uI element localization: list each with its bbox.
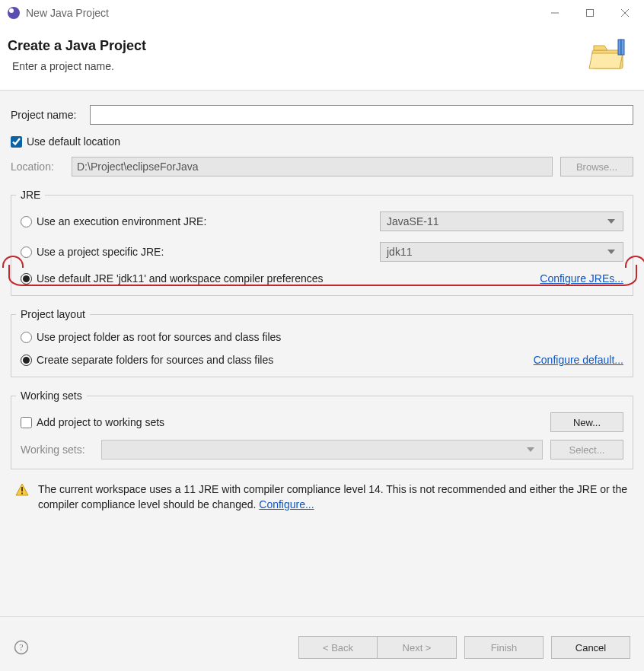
new-working-set-button[interactable]: New... — [550, 412, 623, 432]
svg-text:?: ? — [19, 642, 23, 653]
svg-rect-7 — [21, 487, 23, 491]
jre-exec-env-combo[interactable]: JavaSE-11 — [380, 211, 623, 231]
titlebar: New Java Project — [0, 0, 644, 26]
location-input — [72, 157, 553, 176]
project-name-label: Project name: — [11, 109, 84, 121]
svg-rect-6 — [621, 40, 624, 55]
jre-legend: JRE — [16, 189, 45, 201]
jre-exec-env-label: Use an execution environment JRE: — [37, 215, 206, 227]
window-title: New Java Project — [26, 7, 109, 19]
working-sets-legend: Working sets — [16, 390, 87, 402]
add-to-working-sets-checkbox[interactable] — [21, 417, 32, 428]
browse-button[interactable]: Browse... — [560, 157, 633, 176]
jre-default-radio[interactable] — [21, 273, 32, 285]
use-default-location-label: Use default location — [27, 135, 120, 148]
add-to-working-sets-label: Add project to working sets — [37, 416, 164, 428]
jre-exec-env-radio[interactable] — [21, 216, 32, 227]
wizard-content: Project name: Use default location Locat… — [0, 91, 644, 671]
configure-jres-link[interactable]: Configure JREs... — [540, 272, 623, 285]
layout-root-radio[interactable] — [21, 332, 32, 343]
maximize-button[interactable] — [572, 2, 607, 24]
jre-default-label: Use default JRE 'jdk11' and workspace co… — [37, 272, 324, 285]
location-label: Location: — [11, 161, 64, 173]
page-subtitle: Enter a project name. — [12, 60, 588, 72]
project-layout-legend: Project layout — [16, 308, 90, 320]
jre-project-specific-combo[interactable]: jdk11 — [380, 242, 623, 262]
finish-button[interactable]: Finish — [464, 636, 544, 659]
jre-exec-env-value: JavaSE-11 — [387, 215, 438, 227]
jre-group: JRE Use an execution environment JRE: Ja… — [11, 189, 633, 296]
configure-default-link[interactable]: Configure default... — [534, 354, 623, 366]
jre-project-specific-value: jdk11 — [387, 246, 412, 258]
layout-separate-label: Create separate folders for sources and … — [37, 354, 273, 366]
svg-rect-5 — [618, 40, 621, 55]
working-sets-picker-label: Working sets: — [21, 444, 94, 456]
working-sets-combo — [101, 440, 543, 460]
compliance-warning: The current workspace uses a 11 JRE with… — [11, 472, 633, 521]
warning-icon — [15, 483, 29, 497]
use-default-location-checkbox[interactable] — [11, 136, 22, 148]
svg-rect-8 — [21, 493, 23, 495]
svg-rect-1 — [587, 9, 594, 16]
minimize-button[interactable] — [537, 2, 572, 24]
page-title: Create a Java Project — [8, 38, 588, 54]
layout-root-label: Use project folder as root for sources a… — [37, 331, 281, 343]
wizard-header: Create a Java Project Enter a project na… — [0, 26, 644, 91]
close-button[interactable] — [607, 2, 642, 24]
wizard-icon — [588, 35, 630, 78]
warning-configure-link[interactable]: Configure... — [259, 498, 314, 510]
back-button[interactable]: < Back — [298, 636, 378, 659]
help-icon[interactable]: ? — [14, 640, 29, 655]
project-layout-group: Project layout Use project folder as roo… — [11, 308, 633, 377]
cancel-button[interactable]: Cancel — [551, 636, 630, 659]
select-working-set-button[interactable]: Select... — [550, 440, 623, 460]
working-sets-group: Working sets Add project to working sets… — [11, 390, 633, 469]
next-button[interactable]: Next > — [378, 636, 457, 659]
jre-project-specific-radio[interactable] — [21, 246, 32, 258]
layout-separate-radio[interactable] — [21, 355, 32, 366]
project-name-input[interactable] — [90, 105, 633, 125]
warning-text: The current workspace uses a 11 JRE with… — [38, 483, 627, 510]
jre-project-specific-label: Use a project specific JRE: — [37, 246, 164, 258]
wizard-footer: ? < Back Next > Finish Cancel — [0, 623, 644, 671]
eclipse-icon — [8, 7, 20, 19]
